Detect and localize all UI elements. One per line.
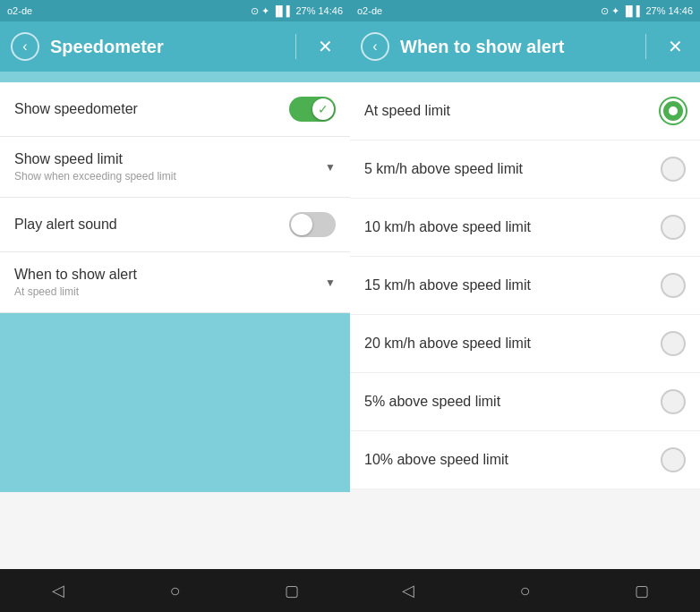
when-to-show-alert-sub: At speed limit — [14, 285, 137, 298]
radio-row-5pct-above[interactable]: 5% above speed limit — [350, 373, 700, 431]
radio-label-at-speed-limit: At speed limit — [364, 103, 450, 119]
radio-circle-at-speed-limit[interactable] — [661, 98, 686, 123]
app-header-left: ‹ Speedometer ✕ — [0, 21, 350, 72]
radio-row-10pct-above[interactable]: 10% above speed limit — [350, 431, 700, 489]
nav-home-left[interactable] — [157, 573, 192, 608]
radio-label-20kmh-above: 20 km/h above speed limit — [364, 336, 531, 352]
right-panel: o2-de ⊙ ✦ ▐▌▌ 27% 14:46 ‹ When to show a… — [350, 0, 700, 612]
settings-content: Show speedometer ✓ Show speed limit Show… — [0, 82, 350, 569]
back-button-right[interactable]: ‹ — [361, 32, 389, 61]
back-button-left[interactable]: ‹ — [11, 32, 39, 61]
toggle-thumb-off — [291, 214, 312, 235]
nav-recent-right[interactable] — [624, 573, 660, 608]
radio-circle-20kmh-above[interactable] — [661, 331, 686, 356]
bottom-nav-right — [350, 569, 700, 612]
setting-row-show-speed-limit[interactable]: Show speed limit Show when exceeding spe… — [0, 137, 350, 198]
nav-recent-left[interactable] — [274, 573, 310, 608]
nav-back-left[interactable] — [40, 573, 76, 608]
play-alert-sound-label: Play alert sound — [14, 217, 117, 233]
radio-label-10kmh-above: 10 km/h above speed limit — [364, 219, 531, 235]
close-button-left[interactable]: ✕ — [311, 32, 339, 61]
left-panel: o2-de ⊙ ✦ ▐▌▌ 27% 14:46 ‹ Speedometer ✕ … — [0, 0, 350, 612]
time-left: 14:46 — [318, 5, 343, 16]
toggle-thumb: ✓ — [312, 98, 334, 120]
sub-header-left — [0, 72, 350, 82]
header-title-left: Speedometer — [50, 37, 281, 57]
radio-circle-5kmh-above[interactable] — [661, 157, 686, 182]
carrier-left: o2-de — [7, 5, 32, 16]
radio-circle-10pct-above[interactable] — [661, 447, 686, 472]
setting-row-play-alert-sound[interactable]: Play alert sound — [0, 198, 350, 252]
check-icon: ✓ — [318, 102, 329, 116]
sub-header-right — [350, 72, 700, 82]
radio-label-5kmh-above: 5 km/h above speed limit — [364, 161, 523, 177]
nav-home-right[interactable] — [507, 573, 542, 608]
blue-content-block — [0, 313, 350, 492]
radio-label-5pct-above: 5% above speed limit — [364, 394, 500, 410]
signal-icon-right: ⊙ ✦ ▐▌▌ — [601, 5, 644, 17]
when-to-show-alert-label: When to show alert — [14, 267, 137, 283]
header-title-right: When to show alert — [400, 37, 631, 57]
when-to-show-alert-arrow: ▼ — [325, 276, 336, 289]
show-speed-limit-label: Show speed limit — [14, 151, 176, 167]
radio-circle-5pct-above[interactable] — [661, 389, 686, 414]
play-alert-sound-toggle[interactable] — [289, 212, 336, 237]
radio-row-at-speed-limit[interactable]: At speed limit — [350, 82, 700, 140]
radio-label-10pct-above: 10% above speed limit — [364, 452, 508, 468]
status-bar-left: o2-de ⊙ ✦ ▐▌▌ 27% 14:46 — [0, 0, 350, 21]
setting-row-show-speedometer[interactable]: Show speedometer ✓ — [0, 82, 350, 137]
options-content: At speed limit5 km/h above speed limit10… — [350, 82, 700, 569]
radio-label-15kmh-above: 15 km/h above speed limit — [364, 277, 531, 293]
radio-circle-15kmh-above[interactable] — [661, 273, 686, 298]
nav-back-right[interactable] — [390, 573, 426, 608]
show-speedometer-toggle[interactable]: ✓ — [289, 97, 336, 122]
radio-circle-10kmh-above[interactable] — [661, 215, 686, 240]
close-button-right[interactable]: ✕ — [661, 32, 689, 61]
time-right: 14:46 — [668, 5, 693, 16]
show-speedometer-label: Show speedometer — [14, 101, 138, 117]
header-divider-right — [645, 34, 646, 59]
battery-left: 27% — [295, 5, 315, 16]
signal-icon: ⊙ ✦ ▐▌▌ — [251, 5, 294, 17]
show-speed-limit-sub: Show when exceeding speed limit — [14, 170, 176, 183]
setting-row-when-to-show-alert[interactable]: When to show alert At speed limit ▼ — [0, 252, 350, 313]
carrier-right: o2-de — [357, 5, 382, 16]
radio-row-20kmh-above[interactable]: 20 km/h above speed limit — [350, 315, 700, 373]
bottom-nav-left — [0, 569, 350, 612]
battery-right: 27% — [645, 5, 665, 16]
radio-row-10kmh-above[interactable]: 10 km/h above speed limit — [350, 199, 700, 257]
header-divider-left — [295, 34, 296, 59]
status-bar-right: o2-de ⊙ ✦ ▐▌▌ 27% 14:46 — [350, 0, 700, 21]
radio-row-5kmh-above[interactable]: 5 km/h above speed limit — [350, 140, 700, 199]
radio-row-15kmh-above[interactable]: 15 km/h above speed limit — [350, 257, 700, 315]
app-header-right: ‹ When to show alert ✕ — [350, 21, 700, 72]
show-speed-limit-arrow: ▼ — [325, 161, 336, 174]
